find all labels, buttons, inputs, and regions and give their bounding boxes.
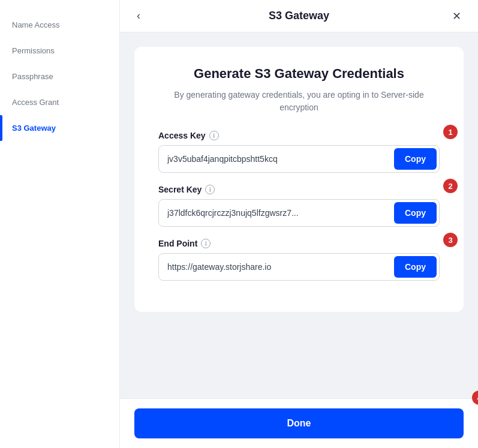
modal-header: ‹ S3 Gateway ✕: [120, 0, 478, 32]
sidebar-item-label: Name Access: [12, 20, 59, 29]
secret-key-input[interactable]: [159, 201, 392, 225]
sidebar-item-passphrase[interactable]: Passphrase: [0, 64, 119, 89]
card-description: By generating gateway credentials, you a…: [158, 89, 440, 114]
secret-key-input-row: Copy: [158, 199, 440, 227]
access-key-group: Access Key i Copy 1: [158, 131, 440, 173]
main-wrapper: ‹ S3 Gateway ✕ Generate S3 Gateway Crede…: [120, 0, 478, 448]
access-key-label: Access Key i: [158, 131, 440, 140]
modal-footer: Done 4: [120, 398, 478, 448]
sidebar-item-label: Access Grant: [12, 98, 59, 107]
access-key-copy-button[interactable]: Copy: [394, 148, 437, 170]
sidebar-item-label: Permissions: [12, 46, 55, 55]
modal-title: S3 Gateway: [269, 10, 329, 22]
access-key-input-row: Copy: [158, 145, 440, 173]
annotation-1: 1: [443, 125, 458, 139]
secret-key-info-icon[interactable]: i: [205, 185, 215, 194]
sidebar-item-permissions[interactable]: Permissions: [0, 38, 119, 64]
secret-key-label: Secret Key i: [158, 185, 440, 194]
card-title: Generate S3 Gateway Credentials: [158, 66, 440, 82]
end-point-copy-button[interactable]: Copy: [394, 256, 437, 278]
access-key-info-icon[interactable]: i: [209, 131, 219, 140]
sidebar-item-access-grant[interactable]: Access Grant: [0, 89, 119, 115]
end-point-input[interactable]: [159, 255, 392, 279]
sidebar: Name Access Permissions Passphrase Acces…: [0, 0, 120, 448]
end-point-info-icon[interactable]: i: [201, 239, 211, 248]
back-button[interactable]: ‹: [132, 7, 145, 25]
sidebar-item-s3-gateway[interactable]: S3 Gateway: [0, 115, 119, 141]
modal-body: Generate S3 Gateway Credentials By gener…: [120, 32, 478, 398]
secret-key-copy-button[interactable]: Copy: [394, 202, 437, 224]
end-point-input-row: Copy: [158, 253, 440, 281]
sidebar-item-label: Passphrase: [12, 72, 53, 81]
sidebar-item-label: S3 Gateway: [12, 124, 56, 133]
secret-key-group: Secret Key i Copy 2: [158, 185, 440, 227]
done-button[interactable]: Done: [134, 408, 464, 438]
annotation-2: 2: [443, 179, 458, 193]
sidebar-item-name-access[interactable]: Name Access: [0, 12, 119, 38]
main-panel: ‹ S3 Gateway ✕ Generate S3 Gateway Crede…: [120, 0, 478, 448]
credentials-card: Generate S3 Gateway Credentials By gener…: [134, 47, 464, 312]
access-key-input[interactable]: [159, 147, 392, 171]
close-button[interactable]: ✕: [447, 7, 466, 25]
annotation-3: 3: [443, 233, 458, 247]
end-point-label: End Point i: [158, 239, 440, 248]
end-point-group: End Point i Copy 3: [158, 239, 440, 281]
